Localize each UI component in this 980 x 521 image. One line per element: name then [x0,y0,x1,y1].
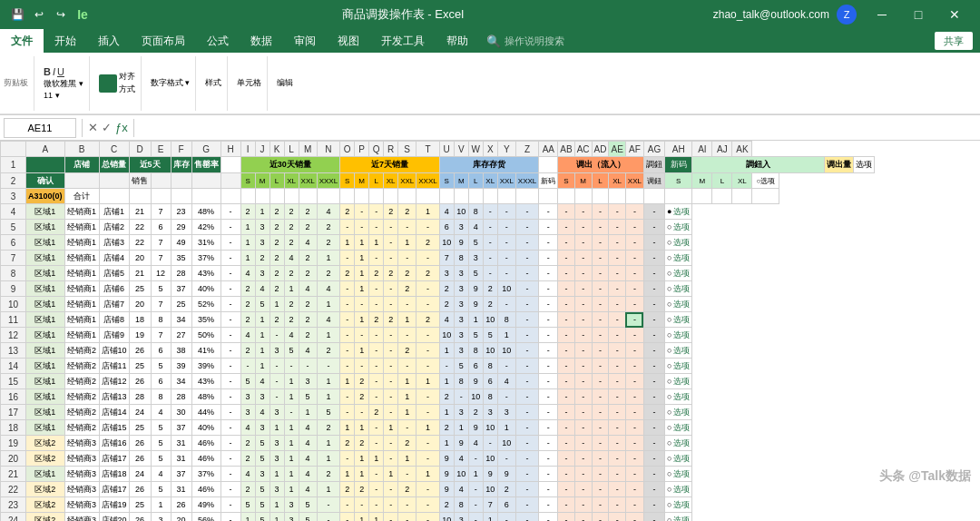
sub-header-row: 2 确认 销售 S M L XL XXL XXXL S M [1,173,875,189]
enter-formula-icon[interactable]: ✓ [102,121,112,134]
tab-help2[interactable]: 帮助 [436,29,479,53]
total-row: 3 A3100(0) 合计 [1,189,875,204]
table-row: 20 区域2 经销商3 店铺17 26 5 31 46% - 2 5 3 1 4… [1,451,875,467]
main-header-row: 1 店铺 总销量 近5天 库存 售罄率 近30天销量 近7天销量 库存存货 调出… [1,157,875,173]
tab-insert[interactable]: 开始 [44,29,87,53]
ribbon-content: 剪贴板 B I U 微软雅黑 ▾ 11 ▾ 对齐方式 数字格式 ▾ 样式 单元格 [0,53,980,114]
table-row: 8 区域1 经销商1 店铺5 21 12 28 43% - 4 3 2 2 2 … [1,266,875,281]
ribbon: 文件 开始 插入 页面布局 公式 数据 审阅 视图 开发工具 帮助 🔍 操作说明… [0,29,980,115]
user-email: zhao_talk@outlook.com [713,8,829,21]
tab-page-layout[interactable]: 插入 [87,29,131,53]
close-button[interactable]: ✕ [936,0,973,29]
formula-divider-2 [133,119,134,137]
table-row: 16 区域1 经销商2 店铺13 28 8 28 48% - 3 3 - 1 5… [1,389,875,405]
ribbon-tabs: 文件 开始 插入 页面布局 公式 数据 审阅 视图 开发工具 帮助 🔍 操作说明… [0,29,980,53]
title-bar-right: zhao_talk@outlook.com Z ─ □ ✕ [713,0,973,29]
share-button[interactable]: 共享 [935,32,973,50]
formula-bar: AE11 ✕ ✓ ƒx [0,115,980,141]
insert-function-icon[interactable]: ƒx [115,121,128,134]
table-row: 19 区域2 经销商3 店铺16 26 5 31 46% - 2 5 3 1 4… [1,436,875,451]
table-row: 17 区域1 经销商2 店铺14 24 4 30 44% - 3 4 3 - 1… [1,405,875,420]
maximize-button[interactable]: □ [900,0,936,29]
cancel-formula-icon[interactable]: ✕ [88,121,98,134]
tab-formulas[interactable]: 页面布局 [131,29,196,53]
tab-data[interactable]: 公式 [196,29,240,53]
formula-input[interactable] [140,123,976,133]
formula-divider [82,119,83,137]
table-row: 5 区域1 经销商1 店铺2 22 6 29 42% - 1 3 2 2 2 2… [1,220,875,235]
window-controls: ─ □ ✕ [864,0,973,29]
user-avatar[interactable]: Z [837,5,857,25]
title-bar-left: 💾 ↩ ↪ Ie [7,5,93,25]
table-row: 24 区域2 经销商3 店铺20 26 3 20 56% - 1 5 1 3 5… [1,513,875,522]
table-row: 22 区域2 经销商3 店铺17 26 5 31 46% - 2 5 3 1 4… [1,482,875,497]
spreadsheet-grid: A B C D E F G H I J K L M N O P Q [0,141,875,521]
tab-help[interactable]: 开发工具 [370,29,436,53]
tab-home[interactable]: 文件 [0,29,44,53]
table-row: 23 区域2 经销商3 店铺19 25 1 26 49% - 5 5 1 3 5… [1,497,875,513]
table-row: 18 区域1 经销商2 店铺15 25 5 37 40% - 4 3 1 1 4… [1,420,875,436]
fill-color-button[interactable] [99,74,117,93]
col-header-row: A B C D E F G H I J K L M N O P Q [1,142,875,157]
table-row: 4 区域1 经销商1 店铺1 21 7 23 48% - 2 1 2 2 2 4… [1,204,875,220]
quick-access-toolbar: 💾 ↩ ↪ Ie [7,5,93,25]
redo-icon[interactable]: ↪ [51,5,71,25]
tab-view[interactable]: 审阅 [283,29,327,53]
minimize-button[interactable]: ─ [864,0,900,29]
table-row: 7 区域1 经销商1 店铺4 20 7 35 37% - 1 2 2 4 2 1… [1,251,875,266]
table-row: 15 区域1 经销商2 店铺12 26 6 34 43% - 5 4 - 1 3… [1,374,875,389]
table-row: 10 区域1 经销商1 店铺7 20 7 25 52% - 2 5 1 2 2 … [1,297,875,312]
name-box[interactable]: AE11 [4,118,76,138]
formula-icons: ✕ ✓ ƒx [88,121,128,134]
table-row: 21 区域1 经销商3 店铺18 24 4 37 37% - 4 3 1 1 4… [1,467,875,482]
spreadsheet-container: A B C D E F G H I J K L M N O P Q [0,141,980,521]
table-row: 9 区域1 经销商1 店铺6 25 5 37 40% - 2 4 2 1 4 4… [1,281,875,297]
undo-icon[interactable]: ↩ [29,5,49,25]
tab-review[interactable]: 数据 [240,29,283,53]
excel-icon: Ie [73,5,93,25]
table-row: 14 区域1 经销商2 店铺11 25 5 39 39% - - 1 - - -… [1,359,875,374]
table-row: 12 区域1 经销商1 店铺9 19 7 27 50% - 4 1 - 4 2 … [1,328,875,343]
table-row: 11 区域1 经销商1 店铺8 18 8 34 35% - 2 1 2 2 2 … [1,312,875,328]
table-row: 13 区域1 经销商2 店铺10 26 6 38 41% - 2 1 3 5 4… [1,343,875,359]
scroll-area[interactable]: A B C D E F G H I J K L M N O P Q [0,141,980,521]
save-icon[interactable]: 💾 [7,5,27,25]
title-bar: 💾 ↩ ↪ Ie 商品调拨操作表 - Excel zhao_talk@outlo… [0,0,980,29]
tab-developer[interactable]: 视图 [327,29,370,53]
table-row: 6 区域1 经销商1 店铺3 22 7 49 31% - 1 3 2 2 4 2… [1,235,875,251]
app-title: 商品调拨操作表 - Excel [342,6,464,23]
